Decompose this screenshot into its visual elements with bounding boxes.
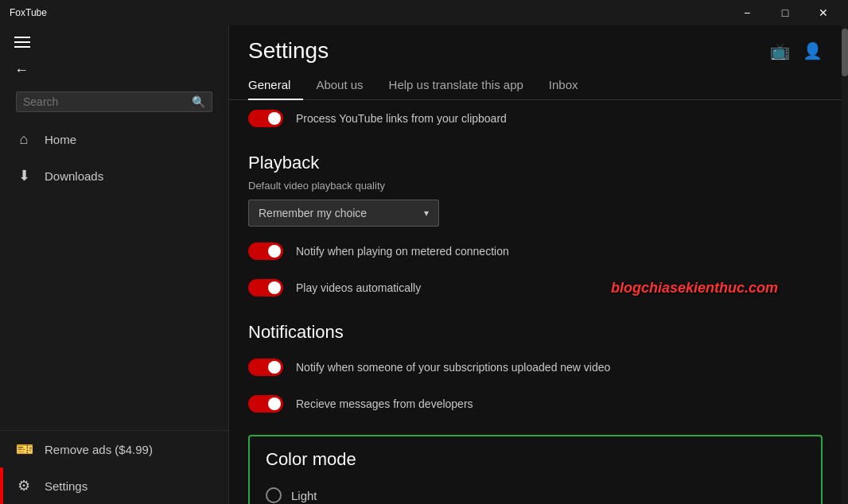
hamburger-line-1 <box>14 37 30 38</box>
quality-dropdown-value: Remember my choice <box>259 207 367 219</box>
toggle-developers-label: Recieve messages from developers <box>296 397 473 410</box>
toggle-autoplay[interactable] <box>248 279 283 297</box>
tab-about-us[interactable]: About us <box>303 70 375 99</box>
playback-sublabel: Default video playback quality <box>248 180 823 192</box>
radio-light-circle <box>266 487 282 503</box>
toggle-subscriptions-track[interactable] <box>248 359 283 376</box>
main-header: Settings 📺 👤 <box>229 25 842 70</box>
sidebar-bottom: 🎫 Remove ads ($4.99) ⚙ Settings <box>0 430 228 504</box>
toggle-developers-thumb <box>268 397 281 410</box>
toggle-clipboard[interactable] <box>248 110 283 127</box>
toggle-subscriptions[interactable] <box>248 359 283 376</box>
title-bar: FoxTube − □ ✕ <box>0 0 848 25</box>
cast-icon[interactable]: 📺 <box>770 41 790 60</box>
tab-translate[interactable]: Help us translate this app <box>376 70 536 99</box>
toggle-developers-row: Recieve messages from developers <box>248 386 823 422</box>
hamburger-line-2 <box>14 41 30 43</box>
maximize-button[interactable]: □ <box>767 0 803 25</box>
toggle-subscriptions-row: Notify when someone of your subscription… <box>248 349 823 386</box>
radio-light-label: Light <box>291 489 317 502</box>
sidebar-spacer <box>0 194 228 430</box>
page-title: Settings <box>248 38 329 64</box>
toggle-clipboard-track[interactable] <box>248 110 283 127</box>
scrollbar-thumb[interactable] <box>842 29 848 76</box>
hamburger-line-3 <box>14 46 30 48</box>
settings-scroll[interactable]: Process YouTube links from your clipboar… <box>229 100 842 504</box>
notifications-heading: Notifications <box>248 322 823 343</box>
toggle-clipboard-thumb <box>268 112 281 125</box>
toggle-subscriptions-thumb <box>268 361 281 374</box>
color-mode-heading: Color mode <box>266 449 805 470</box>
toggle-developers[interactable] <box>248 395 283 413</box>
sidebar-item-downloads-label: Downloads <box>45 169 103 183</box>
toggle-autoplay-thumb <box>268 281 281 294</box>
toggle-clipboard-row: Process YouTube links from your clipboar… <box>248 100 823 137</box>
tab-inbox[interactable]: Inbox <box>536 70 591 99</box>
tab-general[interactable]: General <box>248 70 303 99</box>
sidebar-item-remove-ads[interactable]: 🎫 Remove ads ($4.99) <box>0 431 228 467</box>
sidebar-top: ← 🔍 <box>0 25 228 122</box>
sidebar-item-home-label: Home <box>45 133 76 146</box>
sidebar-item-settings-label: Settings <box>45 479 88 493</box>
toggle-metered-track[interactable] <box>248 242 283 260</box>
dropdown-arrow-icon: ▾ <box>424 207 429 219</box>
window-controls: − □ ✕ <box>729 0 842 25</box>
hamburger-button[interactable] <box>10 32 38 52</box>
toggle-subscriptions-label: Notify when someone of your subscription… <box>296 361 610 374</box>
toggle-metered-thumb <box>268 245 281 258</box>
toggle-clipboard-label: Process YouTube links from your clipboar… <box>296 112 507 125</box>
close-button[interactable]: ✕ <box>805 0 842 25</box>
toggle-autoplay-label: Play videos automatically <box>296 281 421 294</box>
sidebar-item-remove-ads-label: Remove ads ($4.99) <box>45 443 153 456</box>
back-button[interactable]: ← <box>10 57 219 83</box>
toggle-metered-label: Notify when playing on metered connectio… <box>296 245 509 258</box>
sidebar-item-home[interactable]: ⌂ Home <box>0 122 228 157</box>
playback-heading: Playback <box>248 153 823 173</box>
tabs: General About us Help us translate this … <box>229 70 842 100</box>
radio-light[interactable]: Light <box>266 481 805 504</box>
toggle-autoplay-row: Play videos automatically <box>248 269 823 306</box>
minimize-button[interactable]: − <box>729 0 765 25</box>
main-content: blogchiasekienthuc.com Settings 📺 👤 Gene… <box>229 25 842 504</box>
header-icons: 📺 👤 <box>770 41 823 60</box>
sidebar-item-downloads[interactable]: ⬇ Downloads <box>0 157 228 194</box>
app-title-area: FoxTube <box>10 7 47 18</box>
account-icon[interactable]: 👤 <box>803 41 823 60</box>
home-icon: ⌂ <box>16 131 32 148</box>
toggle-metered[interactable] <box>248 242 283 260</box>
scrollbar-track <box>842 25 848 504</box>
app-title: FoxTube <box>10 7 47 18</box>
toggle-developers-track[interactable] <box>248 395 283 413</box>
quality-dropdown[interactable]: Remember my choice ▾ <box>248 200 439 227</box>
downloads-icon: ⬇ <box>16 167 32 184</box>
sidebar: ← 🔍 ⌂ Home ⬇ Downloads 🎫 Remove ads ($4.… <box>0 25 229 504</box>
search-input[interactable] <box>23 95 192 108</box>
remove-ads-icon: 🎫 <box>16 440 32 458</box>
search-box: 🔍 <box>16 91 212 112</box>
app-body: ← 🔍 ⌂ Home ⬇ Downloads 🎫 Remove ads ($4.… <box>0 25 848 504</box>
sidebar-item-settings[interactable]: ⚙ Settings <box>0 467 228 504</box>
settings-icon: ⚙ <box>16 477 32 494</box>
toggle-autoplay-track[interactable] <box>248 279 283 297</box>
color-mode-box: Color mode Light Dark Default <box>248 435 823 504</box>
toggle-metered-row: Notify when playing on metered connectio… <box>248 233 823 269</box>
search-icon[interactable]: 🔍 <box>192 95 205 108</box>
